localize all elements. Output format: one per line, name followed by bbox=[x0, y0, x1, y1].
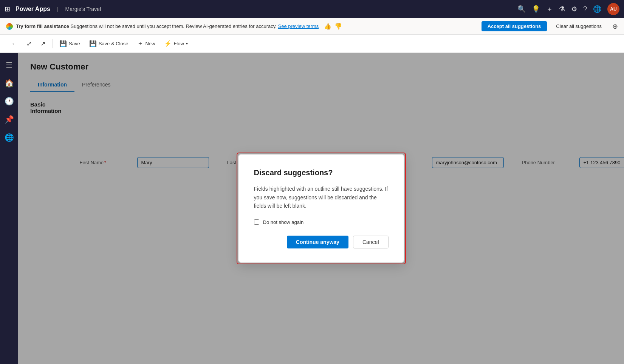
sidebar-clock-icon[interactable]: 🕐 bbox=[2, 94, 17, 109]
save-close-label: Save & Close bbox=[99, 41, 129, 46]
back-icon: ← bbox=[11, 40, 17, 47]
flow-button[interactable]: ⚡ Flow ▾ bbox=[160, 38, 191, 49]
modal-title: Discard suggestions? bbox=[254, 168, 389, 177]
flow-label: Flow bbox=[173, 41, 184, 46]
save-label: Save bbox=[69, 41, 80, 46]
external-icon: ↗ bbox=[40, 40, 45, 47]
external-link-button[interactable]: ↗ bbox=[37, 38, 49, 49]
settings-icon[interactable]: ⚙ bbox=[571, 5, 577, 13]
thumbdown-icon[interactable]: 👎 bbox=[334, 23, 342, 30]
page-app-title: Margie's Travel bbox=[65, 6, 101, 12]
grid-icon[interactable]: ⊞ bbox=[5, 5, 10, 13]
top-nav: ⊞ Power Apps | Margie's Travel 🔍 💡 ＋ ⚗ ⚙… bbox=[0, 0, 624, 18]
do-not-show-label: Do not show again bbox=[263, 219, 304, 225]
cancel-button[interactable]: Cancel bbox=[353, 236, 389, 248]
ai-right-icon[interactable]: ⊕ bbox=[612, 22, 618, 31]
modal-body: Fields highlighted with an outline still… bbox=[254, 185, 389, 210]
flow-chevron-icon: ▾ bbox=[186, 42, 188, 46]
new-button[interactable]: ＋ New bbox=[133, 37, 159, 50]
ai-banner-thumbs: 👍 👎 bbox=[324, 23, 342, 30]
clear-all-button[interactable]: Clear all suggestions bbox=[550, 21, 608, 31]
save-button[interactable]: 💾 Save bbox=[56, 38, 84, 49]
lightbulb-icon[interactable]: 💡 bbox=[532, 5, 540, 13]
app-name: Power Apps bbox=[15, 6, 50, 12]
modal-checkbox-row: Do not show again bbox=[254, 219, 389, 225]
avatar[interactable]: AU bbox=[607, 3, 619, 15]
ai-banner-normal: Suggestions will not be saved until you … bbox=[71, 23, 277, 29]
ai-banner-bold: Try form fill assistance bbox=[16, 23, 69, 29]
save-icon: 💾 bbox=[59, 40, 67, 47]
ai-banner: Try form fill assistance Suggestions wil… bbox=[0, 18, 624, 35]
main-content: New Customer Information Preferences Bas… bbox=[18, 53, 624, 364]
sidebar-menu-icon[interactable]: ☰ bbox=[3, 57, 15, 72]
sidebar-home-icon[interactable]: 🏠 bbox=[2, 76, 17, 91]
continue-anyway-button[interactable]: Continue anyway bbox=[287, 236, 348, 248]
help-icon[interactable]: ? bbox=[583, 5, 587, 13]
do-not-show-checkbox[interactable] bbox=[254, 219, 259, 225]
ai-banner-text: Try form fill assistance Suggestions wil… bbox=[16, 23, 319, 29]
top-nav-icons: 🔍 💡 ＋ ⚗ ⚙ ? 🌐 AU bbox=[517, 3, 619, 15]
flow-icon: ⚡ bbox=[164, 40, 172, 47]
add-icon[interactable]: ＋ bbox=[546, 5, 553, 14]
save-close-button[interactable]: 💾 Save & Close bbox=[85, 38, 132, 49]
toolbar: ← ⤢ ↗ 💾 Save 💾 Save & Close ＋ New ⚡ Flow… bbox=[0, 35, 624, 53]
sidebar-globe-icon[interactable]: 🌐 bbox=[2, 130, 17, 145]
save-close-icon: 💾 bbox=[89, 40, 97, 47]
filter-icon[interactable]: ⚗ bbox=[559, 5, 565, 13]
nav-separator: | bbox=[57, 6, 59, 12]
thumbup-icon[interactable]: 👍 bbox=[324, 23, 331, 30]
ai-banner-link[interactable]: See preview terms bbox=[278, 23, 319, 29]
forward-icon: ⤢ bbox=[26, 40, 31, 47]
modal-overlay: Discard suggestions? Fields highlighted … bbox=[18, 53, 624, 364]
forward-button[interactable]: ⤢ bbox=[23, 38, 35, 49]
modal-buttons: Continue anyway Cancel bbox=[254, 236, 389, 248]
colorball-icon bbox=[6, 23, 13, 30]
sidebar-bookmark-icon[interactable]: 📌 bbox=[2, 112, 17, 127]
left-sidebar: ☰ 🏠 🕐 📌 🌐 bbox=[0, 53, 18, 364]
app-layout: ☰ 🏠 🕐 📌 🌐 New Customer Information Prefe… bbox=[0, 53, 624, 364]
toolbar-sep-1 bbox=[52, 39, 53, 48]
new-label: New bbox=[145, 41, 155, 46]
accept-all-button[interactable]: Accept all suggestions bbox=[482, 21, 547, 31]
search-icon[interactable]: 🔍 bbox=[517, 5, 526, 13]
back-button[interactable]: ← bbox=[8, 38, 21, 49]
new-icon: ＋ bbox=[137, 40, 143, 48]
profile-icon[interactable]: 🌐 bbox=[593, 5, 601, 13]
modal-box: Discard suggestions? Fields highlighted … bbox=[238, 154, 404, 262]
